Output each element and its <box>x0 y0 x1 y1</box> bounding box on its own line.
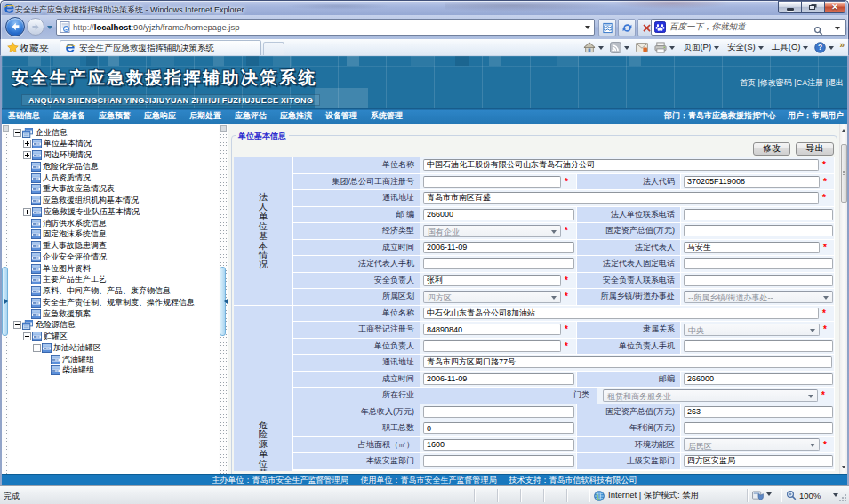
form-select[interactable]: 四方区 <box>423 291 561 303</box>
home-button[interactable] <box>583 42 604 53</box>
tree-item[interactable]: 应急救援专业队伍基本情况 <box>23 206 140 217</box>
new-tab-button[interactable] <box>263 42 284 55</box>
form-select[interactable]: 租赁和商务服务业 <box>603 389 818 402</box>
menu-item[interactable]: 设备管理 <box>325 110 357 122</box>
menu-item[interactable]: 应急评估 <box>235 110 267 122</box>
menu-item[interactable]: 应急推演 <box>280 110 312 122</box>
form-select[interactable]: 国有企业 <box>423 225 561 237</box>
favorites-button[interactable]: 收藏夹 <box>20 42 49 55</box>
search-box[interactable]: 百度一下，你就知道 <box>651 19 846 36</box>
page-menu[interactable]: 页面(P) <box>683 42 711 53</box>
form-input[interactable] <box>423 159 819 171</box>
header-link[interactable]: 修改密码 <box>760 78 792 87</box>
tools-menu[interactable]: 工具(O) <box>772 42 801 53</box>
form-select[interactable]: --所属乡镇/街道办事处-- <box>684 291 833 303</box>
safety-menu[interactable]: 安全(S) <box>727 42 756 53</box>
form-select[interactable]: 居民区 <box>684 438 820 451</box>
form-input[interactable] <box>684 176 820 188</box>
minimize-button[interactable] <box>778 1 802 13</box>
back-button[interactable] <box>5 17 25 36</box>
form-input[interactable] <box>423 356 832 368</box>
favorites-star-icon[interactable] <box>7 42 19 53</box>
zoom-control[interactable]: 100% <box>786 490 838 500</box>
form-input[interactable] <box>423 422 574 434</box>
tree-item[interactable]: 企业信息 <box>13 127 68 138</box>
tree-item[interactable]: 企业安全评价情况 <box>23 252 107 262</box>
print-button[interactable] <box>654 42 675 53</box>
form-input[interactable] <box>423 176 561 188</box>
left-splitter[interactable] <box>2 124 9 474</box>
tree-item[interactable]: 单位基本情况 <box>23 139 92 149</box>
scroll-up-button[interactable] <box>840 124 847 134</box>
browser-tab[interactable]: 安全生产应急救援指挥辅助决策系统 <box>60 40 261 55</box>
tree-item[interactable]: 柴油罐组 <box>43 365 94 376</box>
search-icon[interactable] <box>813 26 823 36</box>
content-scrollbar[interactable] <box>839 124 847 474</box>
scroll-down-button[interactable] <box>840 463 847 473</box>
header-link[interactable]: 首页 <box>740 78 756 87</box>
tree-item[interactable]: 危险化学品信息 <box>23 161 99 172</box>
form-input[interactable] <box>684 258 833 269</box>
menu-item[interactable]: 应急响应 <box>144 110 176 122</box>
header-link[interactable]: CA注册 <box>797 78 824 87</box>
form-input[interactable] <box>423 308 819 319</box>
tree-item[interactable]: 原料、中间产物、产品、废弃物信息 <box>23 286 171 297</box>
tree-item[interactable]: 重大事故应急情况表 <box>23 184 115 195</box>
menu-item[interactable]: 后期处置 <box>189 110 221 122</box>
tree-item[interactable]: 单位图片资料 <box>23 263 91 274</box>
feeds-button[interactable] <box>610 42 629 53</box>
resize-grip[interactable] <box>838 493 847 502</box>
tree-splitter[interactable] <box>219 124 228 474</box>
tree-item[interactable]: 重大事故隐患调查 <box>23 241 107 252</box>
form-input[interactable] <box>423 242 574 253</box>
form-input[interactable] <box>684 242 820 253</box>
tree-expander-minus[interactable] <box>33 344 41 352</box>
form-input[interactable] <box>423 258 574 269</box>
menu-item[interactable]: 应急预警 <box>99 110 131 122</box>
address-field[interactable]: http://localhost:90/yjzh/frame/homepage.… <box>56 19 595 36</box>
tree-expander-plus[interactable] <box>23 151 31 159</box>
form-input[interactable] <box>423 340 561 352</box>
search-options-dropdown[interactable] <box>835 27 840 33</box>
recent-pages-dropdown[interactable] <box>47 26 52 32</box>
menu-item[interactable]: 应急准备 <box>53 110 85 122</box>
tree-item[interactable]: 消防供水系统信息 <box>23 218 107 228</box>
compatibility-view-button[interactable] <box>598 19 616 36</box>
title-bar[interactable]: 安全生产应急救援指挥辅助决策系统 - Windows Internet Expl… <box>0 0 849 15</box>
left-splitter-handle[interactable] <box>2 267 8 336</box>
maximize-button[interactable] <box>802 1 825 13</box>
form-select[interactable]: 中央 <box>684 324 820 336</box>
form-input[interactable] <box>684 340 833 352</box>
tree-item[interactable]: 安全生产责任制、规章制度、操作规程信息 <box>23 297 195 308</box>
tree-item[interactable]: 周边环境情况 <box>23 150 92 161</box>
tree-item[interactable]: 贮罐区 <box>23 332 68 342</box>
tree-item[interactable]: 加油站油罐区 <box>33 342 101 353</box>
form-input[interactable] <box>423 275 561 286</box>
tree-item[interactable]: 危险源信息 <box>13 320 76 331</box>
modify-button[interactable]: 修改 <box>753 142 790 156</box>
tree-item[interactable]: 应急救援组织机构基本情况 <box>23 196 139 206</box>
toolbar-overflow-chevron[interactable]: » <box>839 40 844 50</box>
help-button[interactable]: ? <box>814 42 834 53</box>
header-link[interactable]: 退出 <box>828 78 844 87</box>
forward-button[interactable] <box>27 18 44 36</box>
tree-splitter-handle[interactable] <box>220 267 226 336</box>
form-input[interactable] <box>423 209 574 220</box>
form-input[interactable] <box>684 209 833 220</box>
address-dropdown[interactable] <box>585 26 590 32</box>
refresh-button[interactable] <box>618 19 636 36</box>
form-input[interactable] <box>684 455 833 467</box>
tree-expander-minus[interactable] <box>13 129 21 137</box>
inprivate-settings[interactable] <box>752 491 772 500</box>
menu-item[interactable]: 系统管理 <box>371 110 403 122</box>
form-input[interactable] <box>423 455 574 467</box>
form-input[interactable] <box>684 373 833 385</box>
export-button[interactable]: 导出 <box>796 142 834 156</box>
form-input[interactable] <box>684 406 833 418</box>
form-input[interactable] <box>423 439 574 451</box>
scrollbar-thumb[interactable] <box>841 144 847 203</box>
form-input[interactable] <box>684 422 833 434</box>
tree-item[interactable]: 应急救援预案 <box>23 308 91 319</box>
tree-expander-plus[interactable] <box>23 140 31 148</box>
tree-item[interactable]: 主要产品生产工艺 <box>23 275 107 285</box>
